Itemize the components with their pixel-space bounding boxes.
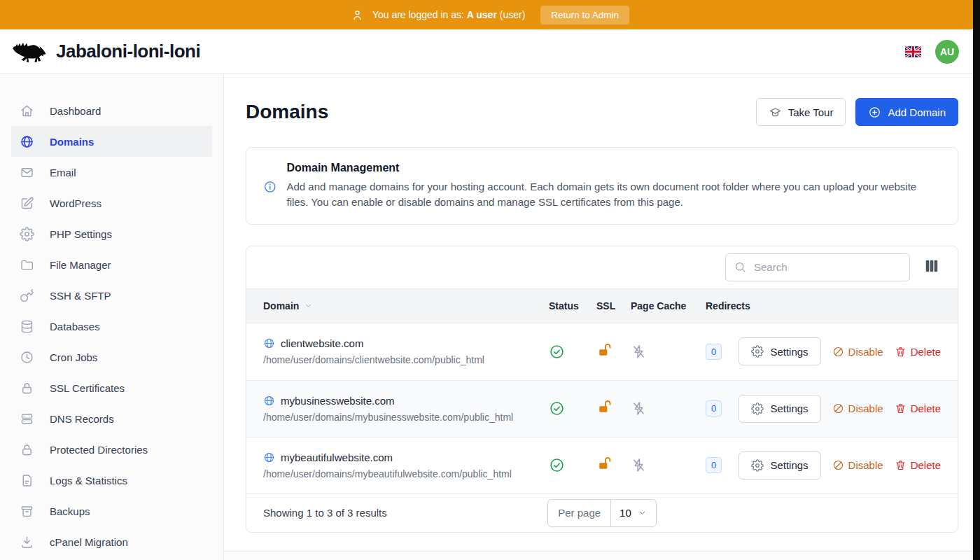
disable-button[interactable]: Disable — [832, 459, 883, 471]
columns-icon — [924, 258, 939, 274]
sidebar-item-label: Domains — [50, 136, 94, 148]
take-tour-button[interactable]: Take Tour — [756, 98, 846, 126]
table-header-row: Domain Status SSL Page Cache Redirects — [246, 288, 958, 323]
brand-logo-link[interactable]: Jabaloni-loni-loni — [11, 39, 200, 64]
sidebar-item-dashboard[interactable]: Dashboard — [11, 95, 212, 126]
sidebar-item-ssh-sftp[interactable]: SSH & SFTP — [11, 280, 212, 311]
delete-button[interactable]: Delete — [895, 346, 941, 358]
redirects-count-badge[interactable]: 0 — [706, 400, 722, 416]
sidebar-item-ssl-certificates[interactable]: SSL Certificates — [11, 372, 212, 403]
clock-icon — [20, 350, 34, 365]
table-row: clientwebsite.com /home/user/domains/cli… — [246, 323, 958, 380]
per-page-value: 10 — [620, 507, 631, 519]
search-box — [725, 253, 910, 281]
ssl-unlocked-icon — [596, 456, 612, 472]
redirects-count-badge[interactable]: 0 — [706, 344, 722, 360]
domains-table-card: Domain Status SSL Page Cache Redirects — [246, 246, 958, 533]
database-icon — [20, 319, 34, 334]
column-header-ssl: SSL — [596, 300, 631, 312]
column-header-status: Status — [549, 300, 596, 312]
sidebar-item-label: Logs & Statistics — [50, 475, 127, 486]
globe-icon — [263, 337, 275, 349]
search-icon — [734, 260, 747, 274]
column-header-domain[interactable]: Domain — [263, 300, 549, 312]
page-cache-disabled-icon — [631, 400, 647, 416]
settings-button[interactable]: Settings — [738, 395, 820, 423]
page-cache-disabled-icon — [631, 344, 647, 360]
settings-button[interactable]: Settings — [738, 337, 820, 365]
scrollbar[interactable] — [973, 0, 980, 560]
banner-user-name: A user — [467, 9, 497, 20]
sidebar-item-logs-statistics[interactable]: Logs & Statistics — [11, 465, 212, 496]
sidebar-item-backups[interactable]: Backups — [11, 496, 212, 526]
info-card-title: Domain Management — [286, 162, 941, 174]
pencil-icon — [20, 196, 34, 211]
settings-button[interactable]: Settings — [738, 451, 820, 479]
sidebar-item-cpanel-migration[interactable]: cPanel Migration — [11, 526, 212, 557]
sidebar-item-dns-records[interactable]: DNS Records — [11, 403, 212, 434]
per-page-select[interactable]: 10 — [610, 500, 656, 526]
sidebar-item-email[interactable]: Email — [11, 157, 212, 188]
sidebar-item-label: PHP Settings — [50, 228, 112, 240]
disable-label: Disable — [848, 346, 883, 358]
ssl-unlocked-icon — [596, 399, 612, 415]
column-toggle-button[interactable] — [923, 257, 941, 277]
return-to-admin-button[interactable]: Return to Admin — [540, 6, 629, 24]
download-icon — [20, 535, 34, 550]
globe-icon — [263, 451, 275, 463]
delete-button[interactable]: Delete — [895, 402, 941, 414]
impersonation-banner: You are logged in as: A user (user) Retu… — [0, 0, 980, 29]
gear-icon — [751, 402, 764, 415]
take-tour-label: Take Tour — [788, 106, 834, 118]
delete-label: Delete — [911, 402, 941, 414]
lock-icon — [20, 442, 34, 457]
sidebar-item-label: Email — [50, 167, 76, 178]
disable-button[interactable]: Disable — [832, 402, 883, 414]
sidebar-item-databases[interactable]: Databases — [11, 311, 212, 342]
table-footer: Showing 1 to 3 of 3 results Per page 10 — [246, 493, 958, 532]
add-domain-button[interactable]: Add Domain — [855, 98, 958, 126]
gear-icon — [20, 227, 34, 241]
sort-chevron-down-icon — [303, 300, 314, 311]
delete-label: Delete — [911, 346, 941, 358]
folder-icon — [20, 258, 34, 272]
main-content: Domains Take Tour Add Domain — [224, 74, 980, 560]
domain-path: /home/user/domains/clientwebsite.com/pub… — [263, 354, 549, 365]
user-avatar[interactable]: AU — [935, 40, 959, 64]
language-flag-uk-icon[interactable] — [905, 46, 921, 57]
sidebar-item-label: Backups — [50, 505, 90, 517]
sidebar-nav: Dashboard Domains Email WordPress — [0, 74, 224, 560]
delete-button[interactable]: Delete — [895, 459, 941, 471]
brand-title: Jabaloni-loni-loni — [56, 41, 200, 62]
sidebar-item-label: File Manager — [50, 259, 111, 271]
table-row: mybusinesswebsite.com /home/user/domains… — [246, 380, 958, 437]
sidebar-item-label: DNS Records — [50, 413, 114, 425]
disable-button[interactable]: Disable — [832, 346, 883, 358]
ban-icon — [832, 459, 844, 471]
disable-label: Disable — [848, 402, 883, 414]
sidebar-item-file-manager[interactable]: File Manager — [11, 249, 212, 280]
domain-management-info-card: Domain Management Add and manage domains… — [246, 147, 958, 225]
info-card-body: Add and manage domains for your hosting … — [286, 179, 941, 210]
page-title: Domains — [246, 101, 328, 123]
ban-icon — [832, 346, 844, 358]
info-icon — [263, 180, 276, 194]
domain-name: clientwebsite.com — [281, 337, 363, 349]
gear-icon — [751, 345, 764, 358]
sidebar-item-label: SSH & SFTP — [50, 290, 111, 302]
settings-label: Settings — [770, 459, 808, 471]
domain-path: /home/user/domains/mybeautifulwebsite.co… — [263, 468, 549, 479]
sidebar-item-php-settings[interactable]: PHP Settings — [11, 218, 212, 249]
server-icon — [20, 412, 34, 426]
plus-circle-icon — [868, 106, 881, 119]
sidebar-item-wordpress[interactable]: WordPress — [11, 188, 212, 218]
sidebar-item-cron-jobs[interactable]: Cron Jobs — [11, 342, 212, 372]
user-icon — [351, 8, 364, 22]
add-domain-label: Add Domain — [888, 106, 946, 118]
sidebar-item-protected-directories[interactable]: Protected Directories — [11, 434, 212, 465]
sidebar-item-domains[interactable]: Domains — [11, 126, 212, 157]
settings-label: Settings — [770, 402, 808, 414]
search-input[interactable] — [725, 253, 910, 281]
trash-icon — [895, 346, 906, 358]
redirects-count-badge[interactable]: 0 — [706, 457, 722, 473]
